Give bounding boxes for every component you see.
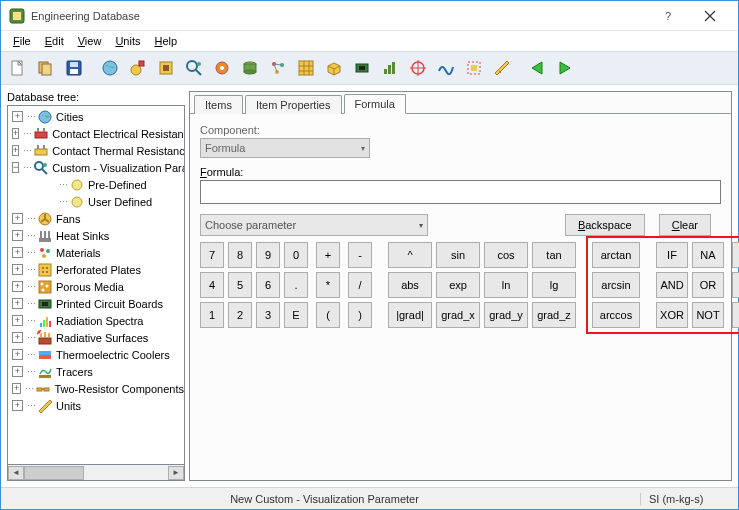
tb-target[interactable] bbox=[405, 55, 431, 81]
key-button[interactable]: < bbox=[732, 242, 739, 268]
menu-view[interactable]: View bbox=[72, 33, 108, 49]
menu-help[interactable]: Help bbox=[148, 33, 183, 49]
component-combo[interactable]: Formula ▾ bbox=[200, 138, 370, 158]
key-button[interactable]: AND bbox=[656, 272, 688, 298]
expander-icon[interactable]: + bbox=[12, 230, 23, 241]
key-button[interactable]: lg bbox=[532, 272, 576, 298]
expander-icon[interactable]: + bbox=[12, 332, 23, 343]
key-button[interactable]: ( bbox=[316, 302, 340, 328]
key-button[interactable]: |grad| bbox=[388, 302, 432, 328]
tree-node[interactable]: +⋯Perforated Plates bbox=[8, 261, 184, 278]
key-button[interactable]: 4 bbox=[200, 272, 224, 298]
expander-icon[interactable]: + bbox=[12, 400, 23, 411]
tree-node[interactable]: ⋯User Defined bbox=[8, 193, 184, 210]
key-button[interactable]: 2 bbox=[228, 302, 252, 328]
tree-node[interactable]: +⋯Materials bbox=[8, 244, 184, 261]
expander-icon[interactable]: + bbox=[12, 247, 23, 258]
tree-hscrollbar[interactable]: ◄ ► bbox=[7, 465, 185, 481]
key-button[interactable]: 3 bbox=[256, 302, 280, 328]
key-button[interactable]: 1 bbox=[200, 302, 224, 328]
tb-gear[interactable] bbox=[209, 55, 235, 81]
expander-icon[interactable]: − bbox=[12, 162, 19, 173]
key-button[interactable]: / bbox=[348, 272, 372, 298]
tree-node[interactable]: +⋯Heat Sinks bbox=[8, 227, 184, 244]
key-button[interactable]: grad_x bbox=[436, 302, 480, 328]
key-button[interactable]: abs bbox=[388, 272, 432, 298]
key-button[interactable]: 9 bbox=[256, 242, 280, 268]
key-button[interactable]: > bbox=[732, 272, 739, 298]
key-button[interactable]: NA bbox=[692, 242, 724, 268]
key-button[interactable]: . bbox=[284, 272, 308, 298]
backspace-button[interactable]: Backspace bbox=[565, 214, 645, 236]
tree-node[interactable]: +⋯Contact Thermal Resistances bbox=[8, 142, 184, 159]
key-button[interactable]: XOR bbox=[656, 302, 688, 328]
tree-node[interactable]: +⋯Tracers bbox=[8, 363, 184, 380]
key-button[interactable]: 6 bbox=[256, 272, 280, 298]
key-button[interactable]: grad_z bbox=[532, 302, 576, 328]
formula-input[interactable] bbox=[200, 180, 721, 204]
tree-node[interactable]: +⋯Printed Circuit Boards bbox=[8, 295, 184, 312]
tb-grid[interactable] bbox=[293, 55, 319, 81]
expander-icon[interactable]: + bbox=[12, 145, 19, 156]
key-button[interactable]: ^ bbox=[388, 242, 432, 268]
tb-fwd[interactable] bbox=[553, 55, 579, 81]
scroll-left-icon[interactable]: ◄ bbox=[8, 466, 24, 480]
expander-icon[interactable]: + bbox=[12, 111, 23, 122]
expander-icon[interactable]: + bbox=[12, 366, 23, 377]
tree-node[interactable]: +⋯Porous Media bbox=[8, 278, 184, 295]
scroll-thumb[interactable] bbox=[24, 466, 84, 480]
key-button[interactable]: 8 bbox=[228, 242, 252, 268]
menu-edit[interactable]: Edit bbox=[39, 33, 70, 49]
tree-node[interactable]: +⋯Units bbox=[8, 397, 184, 414]
tab-formula[interactable]: Formula bbox=[344, 94, 406, 114]
expander-icon[interactable]: + bbox=[12, 383, 21, 394]
menu-file[interactable]: File bbox=[7, 33, 37, 49]
key-button[interactable]: IF bbox=[656, 242, 688, 268]
key-button[interactable]: OR bbox=[692, 272, 724, 298]
tree-node[interactable]: +⋯Radiative Surfaces bbox=[8, 329, 184, 346]
key-button[interactable]: 7 bbox=[200, 242, 224, 268]
tb-chip[interactable] bbox=[349, 55, 375, 81]
tab-items[interactable]: Items bbox=[194, 95, 243, 114]
key-button[interactable]: E bbox=[284, 302, 308, 328]
tab-item-properties[interactable]: Item Properties bbox=[245, 95, 342, 114]
tree-node[interactable]: ⋯Pre-Defined bbox=[8, 176, 184, 193]
key-button[interactable]: NOT bbox=[692, 302, 724, 328]
tb-atoms[interactable] bbox=[265, 55, 291, 81]
key-button[interactable]: arctan bbox=[592, 242, 640, 268]
help-button[interactable]: ? bbox=[650, 2, 690, 30]
tb-tool2[interactable] bbox=[125, 55, 151, 81]
scroll-right-icon[interactable]: ► bbox=[168, 466, 184, 480]
close-button[interactable] bbox=[690, 2, 730, 30]
tb-globe[interactable] bbox=[97, 55, 123, 81]
key-button[interactable]: + bbox=[316, 242, 340, 268]
key-button[interactable]: * bbox=[316, 272, 340, 298]
tree-node[interactable]: +⋯Cities bbox=[8, 108, 184, 125]
tb-cyl[interactable] bbox=[237, 55, 263, 81]
tb-box2[interactable] bbox=[461, 55, 487, 81]
clear-button[interactable]: Clear bbox=[659, 214, 711, 236]
tb-tool3[interactable] bbox=[153, 55, 179, 81]
tb-new[interactable] bbox=[5, 55, 31, 81]
tb-chart[interactable] bbox=[377, 55, 403, 81]
tb-wave[interactable] bbox=[433, 55, 459, 81]
key-button[interactable]: ln bbox=[484, 272, 528, 298]
tree-node[interactable]: +⋯Contact Electrical Resistances bbox=[8, 125, 184, 142]
key-button[interactable]: arccos bbox=[592, 302, 640, 328]
tb-ruler[interactable] bbox=[489, 55, 515, 81]
tb-zoom[interactable] bbox=[181, 55, 207, 81]
menu-units[interactable]: Units bbox=[109, 33, 146, 49]
key-button[interactable]: 5 bbox=[228, 272, 252, 298]
tree-node[interactable]: +⋯Thermoelectric Coolers bbox=[8, 346, 184, 363]
tree-node[interactable]: +⋯Radiation Spectra bbox=[8, 312, 184, 329]
expander-icon[interactable]: + bbox=[12, 128, 19, 139]
tb-copy[interactable] bbox=[33, 55, 59, 81]
expander-icon[interactable]: + bbox=[12, 315, 23, 326]
tb-save[interactable] bbox=[61, 55, 87, 81]
key-button[interactable]: - bbox=[348, 242, 372, 268]
expander-icon[interactable]: + bbox=[12, 349, 23, 360]
tree-node[interactable]: +⋯Fans bbox=[8, 210, 184, 227]
tb-brick[interactable] bbox=[321, 55, 347, 81]
key-button[interactable]: sin bbox=[436, 242, 480, 268]
key-button[interactable]: tan bbox=[532, 242, 576, 268]
